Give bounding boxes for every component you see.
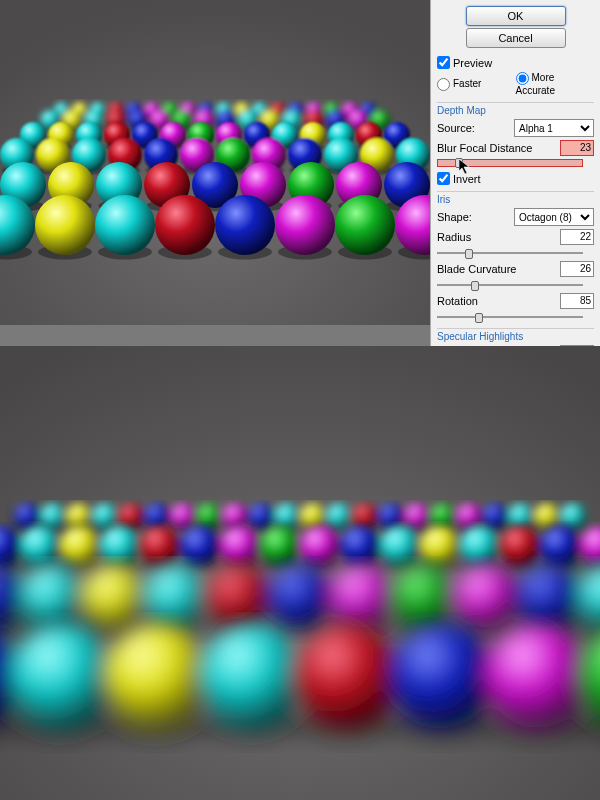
svg-point-209 <box>140 526 180 566</box>
svg-point-223 <box>420 526 460 566</box>
svg-point-207 <box>100 526 140 566</box>
radius-slider[interactable] <box>437 248 583 258</box>
svg-point-150 <box>275 195 335 255</box>
lens-blur-panel: OK Cancel Preview Faster More Accurate D… <box>430 0 600 346</box>
svg-point-173 <box>222 503 248 529</box>
result-image: (function(){ var cols=['green','magenta'… <box>0 346 600 800</box>
svg-point-261 <box>201 624 305 728</box>
svg-point-157 <box>14 503 40 529</box>
svg-point-148 <box>215 195 275 255</box>
svg-point-227 <box>500 526 540 566</box>
iris-group: Iris <box>437 191 594 205</box>
source-select[interactable]: Alpha 1 <box>514 119 594 137</box>
shape-select[interactable]: Octagon (8) <box>514 208 594 226</box>
svg-point-257 <box>11 624 115 728</box>
svg-point-183 <box>352 503 378 529</box>
svg-point-144 <box>95 195 155 255</box>
rotation-slider[interactable] <box>437 312 583 322</box>
svg-point-263 <box>296 624 400 728</box>
svg-point-187 <box>404 503 430 529</box>
svg-point-219 <box>340 526 380 566</box>
blade-curvature-slider[interactable] <box>437 280 583 290</box>
svg-point-189 <box>430 503 456 529</box>
svg-point-215 <box>260 526 300 566</box>
shape-label: Shape: <box>437 211 472 223</box>
svg-point-159 <box>40 503 66 529</box>
rotation-value[interactable]: 85 <box>560 293 594 309</box>
preview-checkbox-label: Preview <box>453 57 492 69</box>
svg-point-171 <box>196 503 222 529</box>
rotation-label: Rotation <box>437 295 478 307</box>
more-accurate-radio[interactable] <box>516 72 529 85</box>
blur-focal-distance-slider[interactable] <box>437 159 583 169</box>
svg-point-169 <box>170 503 196 529</box>
svg-point-152 <box>335 195 395 255</box>
blade-curvature-label: Blade Curvature <box>437 263 517 275</box>
svg-point-239 <box>144 564 208 628</box>
svg-point-191 <box>456 503 482 529</box>
ok-button[interactable]: OK <box>466 6 566 26</box>
svg-point-203 <box>20 526 60 566</box>
blade-curvature-value[interactable]: 26 <box>560 261 594 277</box>
svg-point-197 <box>534 503 560 529</box>
radius-label: Radius <box>437 231 471 243</box>
invert-checkbox[interactable] <box>437 172 450 185</box>
svg-point-247 <box>392 564 456 628</box>
faster-label: Faster <box>453 78 481 89</box>
svg-point-245 <box>330 564 394 628</box>
svg-point-267 <box>486 624 590 728</box>
svg-point-199 <box>560 503 586 529</box>
svg-point-241 <box>206 564 270 628</box>
svg-point-217 <box>300 526 340 566</box>
radius-value[interactable]: 22 <box>560 229 594 245</box>
svg-point-251 <box>516 564 580 628</box>
svg-point-259 <box>106 624 210 728</box>
svg-point-237 <box>82 564 146 628</box>
svg-point-181 <box>326 503 352 529</box>
svg-point-243 <box>268 564 332 628</box>
source-label: Source: <box>437 122 475 134</box>
depth-map-group: Depth Map <box>437 102 594 116</box>
svg-point-229 <box>540 526 580 566</box>
svg-point-177 <box>274 503 300 529</box>
svg-point-185 <box>378 503 404 529</box>
svg-point-195 <box>508 503 534 529</box>
preview-checkbox[interactable] <box>437 56 450 69</box>
svg-point-221 <box>380 526 420 566</box>
preview-footer-bar <box>0 325 430 346</box>
invert-label: Invert <box>453 173 481 185</box>
svg-point-265 <box>391 624 495 728</box>
svg-point-193 <box>482 503 508 529</box>
preview-image: (function(){ var cols=['green','magenta'… <box>0 0 430 325</box>
svg-point-161 <box>66 503 92 529</box>
specular-group: Specular Highlights <box>437 328 594 342</box>
svg-point-211 <box>180 526 220 566</box>
svg-point-249 <box>454 564 518 628</box>
svg-point-146 <box>155 195 215 255</box>
svg-point-165 <box>118 503 144 529</box>
svg-point-235 <box>20 564 84 628</box>
svg-point-142 <box>35 195 95 255</box>
svg-point-167 <box>144 503 170 529</box>
svg-point-205 <box>60 526 100 566</box>
svg-point-213 <box>220 526 260 566</box>
cancel-button[interactable]: Cancel <box>466 28 566 48</box>
svg-point-225 <box>460 526 500 566</box>
svg-point-179 <box>300 503 326 529</box>
faster-radio[interactable] <box>437 78 450 91</box>
svg-point-175 <box>248 503 274 529</box>
svg-point-163 <box>92 503 118 529</box>
blur-focal-distance-label: Blur Focal Distance <box>437 142 532 154</box>
blur-focal-distance-value[interactable]: 23 <box>560 140 594 156</box>
